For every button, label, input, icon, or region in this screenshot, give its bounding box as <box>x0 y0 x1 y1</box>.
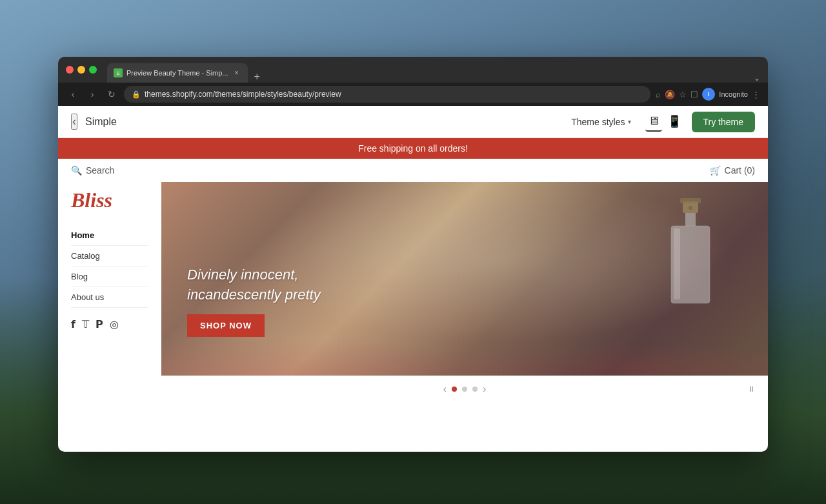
hero-tagline-line2: incandescently pretty <box>187 287 321 303</box>
carousel-pause-button[interactable]: ⏸ <box>747 385 755 394</box>
carousel-dot-2[interactable] <box>462 387 467 392</box>
carousel-prev-button[interactable]: ‹ <box>443 383 447 395</box>
chevron-down-icon: ▾ <box>628 118 631 125</box>
store-logo: Bliss <box>71 188 148 212</box>
menu-icon[interactable]: ⋮ <box>752 90 760 99</box>
lock-icon: 🔒 <box>132 90 141 99</box>
cart-icon: 🛒 <box>710 165 721 176</box>
address-bar[interactable]: 🔒 themes.shopify.com/themes/simple/style… <box>124 86 650 103</box>
svg-rect-3 <box>674 228 680 299</box>
preview-header: ‹ Simple Theme styles ▾ 🖥 📱 Try theme <box>58 106 768 138</box>
try-theme-button[interactable]: Try theme <box>692 112 756 132</box>
profile-avatar[interactable]: I <box>702 88 715 101</box>
window-icon[interactable]: ☐ <box>690 90 698 99</box>
back-button[interactable]: ‹ <box>66 87 80 101</box>
refresh-button[interactable]: ↻ <box>105 87 119 101</box>
announcement-text: Free shipping on all orders! <box>358 143 468 154</box>
traffic-lights <box>66 66 97 74</box>
announcement-bar: Free shipping on all orders! <box>58 138 768 159</box>
tab-bar: S Preview Beauty Theme - Simp... × + ⌄ <box>107 57 760 83</box>
nav-item-about[interactable]: About us <box>71 287 148 308</box>
pinterest-icon[interactable]: 𝗣 <box>96 318 103 330</box>
theme-styles-button[interactable]: Theme styles ▾ <box>565 113 637 131</box>
search-area[interactable]: 🔍 Search <box>71 165 114 176</box>
shop-now-button[interactable]: SHOP NOW <box>187 314 265 337</box>
preview-back-button[interactable]: ‹ <box>71 114 77 130</box>
traffic-light-close[interactable] <box>66 66 74 74</box>
browser-window: S Preview Beauty Theme - Simp... × + ⌄ ‹… <box>58 57 768 452</box>
hero-tagline-line1: Divinely innocent, <box>187 267 298 283</box>
tab-collapse-button[interactable]: ⌄ <box>754 74 760 83</box>
preview-store-name: Simple <box>85 116 117 128</box>
nav-item-blog[interactable]: Blog <box>71 267 148 287</box>
hero-tagline: Divinely innocent, incandescently pretty <box>187 265 321 305</box>
theme-styles-label: Theme styles <box>571 117 625 127</box>
carousel-dot-3[interactable] <box>472 387 478 392</box>
mobile-view-button[interactable]: 📱 <box>665 112 684 132</box>
twitter-icon[interactable]: 𝕋 <box>82 318 89 330</box>
incognito-label: Incognito <box>719 90 748 98</box>
toolbar-icons: ⌕ 🔕 ☆ ☐ I Incognito ⋮ <box>656 88 760 101</box>
hero-area: Divinely innocent, incandescently pretty… <box>161 182 768 400</box>
store-nav: Home Catalog Blog About us <box>71 225 148 308</box>
carousel-next-button[interactable]: › <box>483 383 486 395</box>
hero-overlay: Divinely innocent, incandescently pretty… <box>187 265 321 337</box>
store-sidebar: Bliss Home Catalog Blog About us 𝗳 𝕋 𝗣 ◎ <box>58 182 161 400</box>
search-label: Search <box>86 165 114 176</box>
tab-close-button[interactable]: × <box>232 68 241 77</box>
svg-point-5 <box>689 206 692 210</box>
traffic-light-minimize[interactable] <box>77 66 85 74</box>
new-tab-button[interactable]: + <box>250 71 264 83</box>
facebook-icon[interactable]: 𝗳 <box>71 318 76 330</box>
desktop-view-button[interactable]: 🖥 <box>645 112 662 132</box>
carousel-dot-1[interactable] <box>452 387 457 392</box>
svg-rect-1 <box>685 213 696 226</box>
store-header: 🔍 Search 🛒 Cart (0) <box>58 159 768 182</box>
search-icon: 🔍 <box>71 165 82 176</box>
nav-item-home[interactable]: Home <box>71 225 148 246</box>
forward-button[interactable]: › <box>85 87 99 101</box>
active-tab[interactable]: S Preview Beauty Theme - Simp... × <box>107 63 248 83</box>
svg-rect-4 <box>680 198 701 203</box>
cart-area[interactable]: 🛒 Cart (0) <box>710 165 755 176</box>
social-icons: 𝗳 𝕋 𝗣 ◎ <box>71 318 148 330</box>
nav-item-catalog[interactable]: Catalog <box>71 246 148 267</box>
search-icon[interactable]: ⌕ <box>656 90 661 99</box>
cart-label: Cart (0) <box>725 165 755 176</box>
website-content: Free shipping on all orders! 🔍 Search 🛒 … <box>58 138 768 452</box>
store-body: Bliss Home Catalog Blog About us 𝗳 𝕋 𝗣 ◎ <box>58 182 768 400</box>
url-text: themes.shopify.com/themes/simple/styles/… <box>145 90 341 99</box>
tab-favicon: S <box>114 68 123 77</box>
carousel-controls: ‹ › ⏸ <box>161 376 768 400</box>
bookmark-icon[interactable]: ☆ <box>679 90 687 99</box>
tab-title: Preview Beauty Theme - Simp... <box>126 69 228 77</box>
alert-icon[interactable]: 🔕 <box>665 90 675 99</box>
chrome-titlebar: S Preview Beauty Theme - Simp... × + ⌄ <box>58 57 768 83</box>
instagram-icon[interactable]: ◎ <box>110 318 119 330</box>
device-toggle: 🖥 📱 <box>645 112 684 132</box>
logo-text: Bliss <box>71 188 112 212</box>
hero-image: Divinely innocent, incandescently pretty… <box>161 182 768 376</box>
traffic-light-fullscreen[interactable] <box>89 66 97 74</box>
chrome-addressbar: ‹ › ↻ 🔒 themes.shopify.com/themes/simple… <box>58 83 768 106</box>
